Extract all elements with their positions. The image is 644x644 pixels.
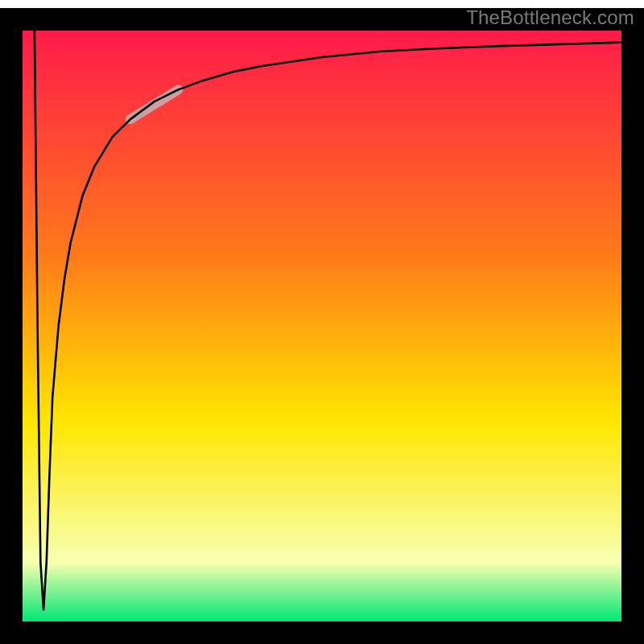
attribution-label: TheBottleneck.com bbox=[466, 6, 634, 29]
bottleneck-chart: TheBottleneck.com bbox=[0, 0, 644, 644]
chart-svg bbox=[0, 0, 644, 644]
plot-background bbox=[23, 31, 621, 621]
